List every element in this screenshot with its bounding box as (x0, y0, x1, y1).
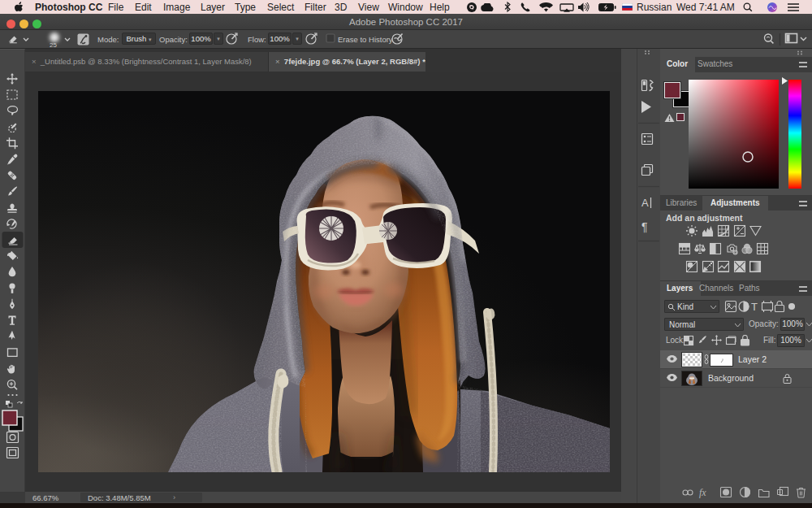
svg-text:fx: fx (699, 487, 706, 498)
svg-text:A: A (641, 197, 649, 209)
svg-text:25: 25 (50, 41, 57, 49)
svg-text:¶: ¶ (641, 220, 648, 233)
svg-text:T: T (751, 301, 758, 313)
